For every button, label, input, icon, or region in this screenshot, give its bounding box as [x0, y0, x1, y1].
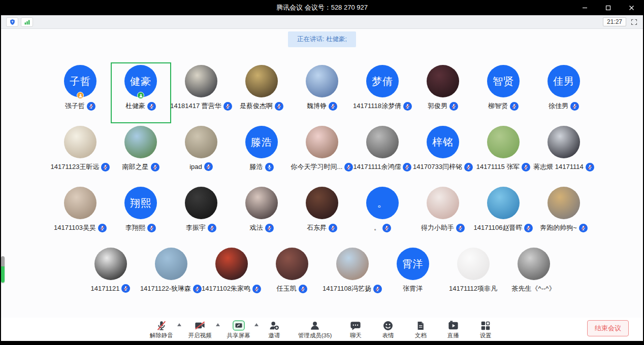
participant-tile[interactable]: 佳男徐佳男 — [534, 62, 594, 123]
participant-tile[interactable]: 你今天学习时间... — [292, 123, 352, 184]
participant-tile[interactable]: 蒋志煨 14171114 — [534, 123, 594, 184]
participant-tile[interactable]: 滕浩滕浩 — [232, 123, 292, 184]
participant-row: 1417112114171122-狄琳森14171102朱家鸣任玉凯141711… — [1, 245, 643, 306]
toolbar-item-emoji[interactable]: 表情 — [379, 319, 397, 339]
participant-tile[interactable]: 郭俊男 — [413, 62, 473, 123]
mic-muted-icon — [403, 163, 411, 171]
mic-muted-icon — [193, 285, 202, 293]
participant-tile[interactable]: 李振宇 — [171, 184, 232, 245]
caret-up-icon[interactable] — [254, 323, 259, 326]
participant-name: 14171108冯艺扬 — [323, 284, 371, 293]
close-button[interactable] — [620, 0, 643, 15]
toolbar-item-label: 聊天 — [350, 332, 362, 339]
mic-muted-icon — [449, 102, 458, 111]
mic-muted-icon — [464, 163, 473, 171]
initials-avatar: 霄洋 — [397, 248, 429, 280]
participant-name: 14171122-狄琳森 — [140, 284, 191, 293]
participant-row: 14171123王昕远南部之星ipad滕浩滕浩你今天学习时间...1417111… — [1, 123, 643, 184]
toolbar-item-chat[interactable]: 聊天 — [347, 319, 364, 339]
toolbar-item-live[interactable]: 直播 — [444, 319, 462, 339]
participant-tile[interactable]: 任玉凯 — [262, 245, 322, 306]
green-member-badge-icon — [137, 92, 144, 99]
participant-name-row: 张霄洋 — [403, 284, 423, 293]
participant-tile[interactable]: 。。 — [352, 184, 413, 245]
participant-tile[interactable]: 梦倩14171118涂梦倩 — [352, 62, 413, 123]
participant-tile[interactable]: 是蔡俊杰啊 — [232, 62, 292, 123]
mic-muted-icon — [98, 224, 107, 232]
network-status-button[interactable] — [21, 17, 33, 27]
participant-name: 是蔡俊杰啊 — [240, 101, 273, 111]
participant-tile[interactable]: 14171102朱家鸣 — [201, 245, 262, 306]
participant-tile[interactable]: 南部之星 — [111, 123, 171, 184]
participant-tile[interactable]: 14181417 曹营华 — [171, 62, 232, 123]
toolbar-item-invite[interactable]: 邀请 — [266, 319, 283, 339]
toolbar-item-settings[interactable]: 设置 — [477, 319, 494, 339]
photo-avatar — [64, 126, 96, 158]
participant-tile[interactable]: ipad — [171, 123, 232, 184]
photo-avatar — [155, 248, 187, 280]
participant-tile-active-speaker[interactable]: 健豪杜健豪 — [111, 62, 171, 123]
live-icon — [447, 319, 459, 331]
participant-tile[interactable]: 得力小助手 — [413, 184, 473, 245]
participant-name: 奔跑的帅狗~ — [540, 223, 577, 232]
photo-avatar — [457, 248, 490, 280]
participant-tile[interactable]: 霄洋张霄洋 — [382, 245, 443, 306]
photo-avatar — [306, 65, 338, 97]
participant-name-row: 滕浩 — [250, 162, 274, 171]
participant-tile[interactable]: 14171111余鸿儒 — [352, 123, 413, 184]
meeting-security-button[interactable] — [6, 17, 18, 27]
toolbar-item-members[interactable]: 管理成员(35) — [298, 319, 332, 339]
participant-tile[interactable]: 14171122-狄琳森 — [141, 245, 201, 306]
avatar-wrap — [245, 65, 278, 97]
toolbar-item-document[interactable]: 文档 — [412, 319, 429, 339]
participant-name: 14171115 张军 — [476, 162, 520, 171]
participant-tile[interactable]: 14171103吴昊 — [50, 184, 111, 245]
participant-name-row: 李翔熙 — [125, 223, 156, 232]
mic-muted-icon — [204, 162, 213, 171]
participant-tile[interactable]: 石东昇 — [292, 184, 352, 245]
participant-name-row: 14171108冯艺扬 — [323, 284, 382, 293]
participant-tile[interactable]: 子哲强子哲 — [50, 62, 111, 123]
participant-name-row: 14171118涂梦倩 — [353, 101, 412, 111]
toolbar-item-camera-off[interactable]: 开启视频 — [188, 319, 212, 339]
participant-name: 得力小助手 — [421, 223, 454, 232]
participant-name-row: 14171106赵晋晖 — [474, 223, 533, 232]
participant-tile[interactable]: 14171112项非凡 — [443, 245, 503, 306]
participant-tile[interactable]: 14171106赵晋晖 — [473, 184, 534, 245]
initials-avatar: 翔熙 — [124, 187, 157, 219]
participant-tile[interactable]: 翔熙李翔熙 — [111, 184, 171, 245]
participant-name: 滕浩 — [250, 162, 263, 171]
participant-tile[interactable]: 魏博铮 — [292, 62, 352, 123]
participant-tile[interactable]: 14171115 张军 — [473, 123, 534, 184]
participant-tile[interactable]: 14171108冯艺扬 — [322, 245, 382, 306]
avatar-wrap — [336, 248, 369, 280]
members-icon — [309, 319, 320, 331]
participant-tile[interactable]: 戏法 — [232, 184, 292, 245]
participant-name: 茶先生《^--^》 — [512, 284, 556, 293]
toolbar-item-share-screen[interactable]: 共享屏幕 — [227, 319, 250, 339]
participant-tile[interactable]: 茶先生《^--^》 — [503, 245, 564, 306]
caret-up-icon[interactable] — [177, 323, 181, 326]
meeting-main-area: 正在讲话: 杜健豪; 子哲强子哲健豪杜健豪14181417 曹营华是蔡俊杰啊魏博… — [1, 29, 643, 341]
participant-tile[interactable]: 梓铭14170733闫梓铭 — [413, 123, 473, 184]
avatar-wrap — [64, 126, 96, 158]
participant-name-row: 奔跑的帅狗~ — [540, 223, 588, 232]
end-meeting-button[interactable]: 结束会议 — [587, 320, 629, 336]
avatar-wrap — [366, 126, 399, 158]
participant-tile[interactable]: 智贤柳智贤 — [473, 62, 534, 123]
toolbar-item-mic-off[interactable]: 解除静音 — [150, 319, 173, 339]
participant-tile[interactable]: 奔跑的帅狗~ — [534, 184, 594, 245]
maximize-button[interactable] — [596, 0, 620, 15]
toolbar-item-label: 解除静音 — [150, 332, 173, 339]
participant-tile[interactable]: 14171121 — [80, 245, 141, 306]
fullscreen-icon[interactable] — [630, 18, 638, 26]
participant-tile[interactable]: 14171123王昕远 — [50, 123, 111, 184]
minimize-button[interactable] — [573, 0, 596, 15]
avatar-wrap — [185, 187, 217, 219]
photo-avatar — [427, 187, 459, 219]
initials-avatar: 梦倩 — [366, 65, 399, 97]
avatar-wrap — [94, 248, 127, 280]
participant-name-row: 强子哲 — [65, 101, 95, 111]
avatar-wrap — [427, 187, 459, 219]
caret-up-icon[interactable] — [216, 323, 220, 326]
